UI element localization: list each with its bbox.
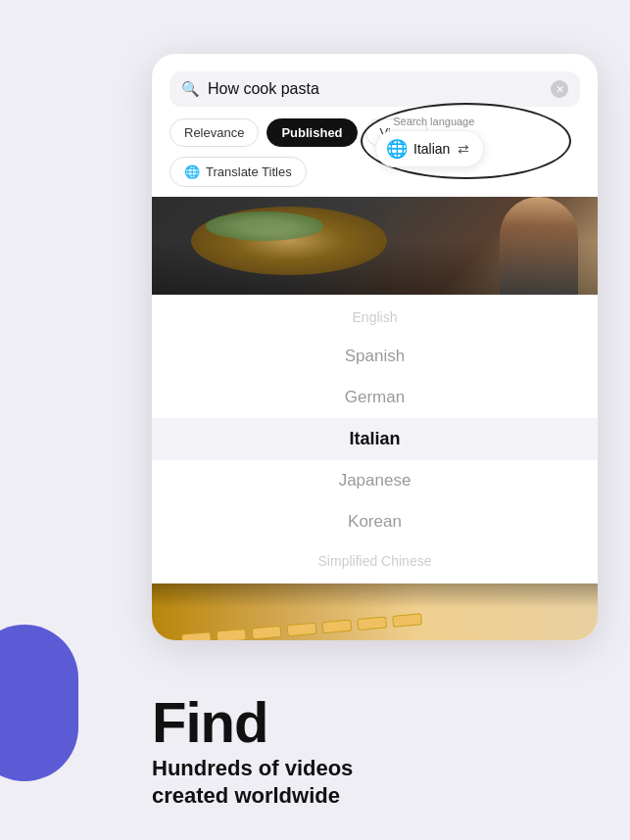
search-language-value: Italian bbox=[413, 141, 450, 157]
swap-icon: ⇄ bbox=[458, 141, 469, 157]
lang-item-korean[interactable]: Korean bbox=[152, 501, 598, 542]
search-language-label: Search language bbox=[375, 116, 484, 127]
translate-titles-button[interactable]: 🌐 Translate Titles bbox=[170, 157, 307, 187]
subtitle: Hundreds of videos created worldwide bbox=[152, 755, 353, 811]
search-bar: 🔍 ✕ bbox=[170, 71, 580, 107]
food-image-bottom bbox=[152, 583, 598, 640]
decorative-blob bbox=[0, 625, 78, 781]
find-heading: Find bbox=[152, 694, 353, 751]
filter-published[interactable]: Published bbox=[267, 118, 357, 147]
subtitle-line1: Hundreds of videos bbox=[152, 756, 353, 780]
lang-item-japanese[interactable]: Japanese bbox=[152, 460, 598, 501]
language-list: English Spanish German Italian Japanese … bbox=[152, 295, 598, 583]
subtitle-line2: created worldwide bbox=[152, 783, 340, 808]
search-icon: 🔍 bbox=[181, 80, 200, 98]
search-language-bubble-wrapper: Search language 🌐 Italian ⇄ bbox=[375, 116, 484, 167]
translate-titles-label: Translate Titles bbox=[206, 164, 292, 179]
translate-icon: 🌐 bbox=[184, 164, 200, 179]
clear-button[interactable]: ✕ bbox=[551, 80, 568, 98]
search-input[interactable] bbox=[208, 80, 543, 98]
lang-item-english[interactable]: English bbox=[152, 299, 598, 336]
filter-relevance[interactable]: Relevance bbox=[170, 118, 259, 147]
lang-item-spanish[interactable]: Spanish bbox=[152, 336, 598, 377]
bottom-section: Find Hundreds of videos created worldwid… bbox=[152, 694, 353, 811]
penne-decoration bbox=[181, 613, 422, 640]
lang-item-italian[interactable]: Italian bbox=[152, 418, 598, 460]
globe-icon: 🌐 bbox=[386, 138, 408, 160]
lang-item-german[interactable]: German bbox=[152, 377, 598, 418]
pasta-decoration bbox=[191, 207, 387, 275]
search-language-bubble[interactable]: 🌐 Italian ⇄ bbox=[375, 130, 484, 167]
lang-item-simplified-chinese[interactable]: Simplified Chinese bbox=[152, 542, 598, 580]
person-decoration bbox=[500, 197, 578, 295]
food-image-top bbox=[152, 197, 598, 295]
